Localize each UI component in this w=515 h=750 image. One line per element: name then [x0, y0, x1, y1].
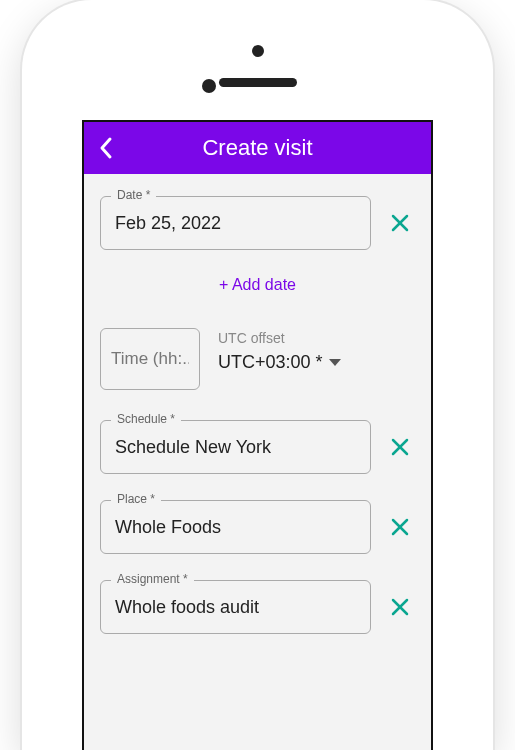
device-frame: Create visit Date * Feb 25, 2022 + Add d…	[0, 0, 515, 750]
chevron-down-icon	[329, 359, 341, 366]
assignment-label: Assignment *	[111, 572, 194, 586]
utc-block: UTC offset UTC+03:00 *	[218, 328, 415, 373]
place-field[interactable]: Place * Whole Foods	[100, 500, 371, 554]
schedule-value: Schedule New York	[115, 437, 356, 458]
close-icon	[389, 516, 411, 538]
app-header: Create visit	[84, 122, 431, 174]
page-title: Create visit	[84, 135, 431, 161]
schedule-clear-button[interactable]	[385, 432, 415, 462]
schedule-row: Schedule * Schedule New York	[100, 420, 415, 474]
place-label: Place *	[111, 492, 161, 506]
back-button[interactable]	[84, 122, 128, 174]
close-icon	[389, 596, 411, 618]
assignment-row: Assignment * Whole foods audit	[100, 580, 415, 634]
form-content: Date * Feb 25, 2022 + Add date Time (hh:…	[84, 174, 431, 634]
assignment-clear-button[interactable]	[385, 592, 415, 622]
place-value: Whole Foods	[115, 517, 356, 538]
camera-dot	[252, 45, 264, 57]
date-value: Feb 25, 2022	[115, 213, 356, 234]
close-icon	[389, 436, 411, 458]
utc-label: UTC offset	[218, 330, 415, 346]
date-clear-button[interactable]	[385, 208, 415, 238]
time-field[interactable]: Time (hh:..	[100, 328, 200, 390]
proximity-sensor	[202, 79, 216, 93]
chevron-left-icon	[98, 136, 114, 160]
screen: Create visit Date * Feb 25, 2022 + Add d…	[82, 120, 433, 750]
date-row: Date * Feb 25, 2022	[100, 196, 415, 250]
phone-frame: Create visit Date * Feb 25, 2022 + Add d…	[22, 0, 493, 750]
schedule-field[interactable]: Schedule * Schedule New York	[100, 420, 371, 474]
assignment-field[interactable]: Assignment * Whole foods audit	[100, 580, 371, 634]
close-icon	[389, 212, 411, 234]
utc-value: UTC+03:00 *	[218, 352, 323, 373]
utc-dropdown[interactable]: UTC+03:00 *	[218, 352, 415, 373]
date-field[interactable]: Date * Feb 25, 2022	[100, 196, 371, 250]
assignment-value: Whole foods audit	[115, 597, 356, 618]
phone-inner: Create visit Date * Feb 25, 2022 + Add d…	[34, 12, 481, 750]
time-row: Time (hh:.. UTC offset UTC+03:00 *	[100, 328, 415, 390]
date-label: Date *	[111, 188, 156, 202]
speaker-grille	[219, 78, 297, 87]
place-clear-button[interactable]	[385, 512, 415, 542]
schedule-label: Schedule *	[111, 412, 181, 426]
time-placeholder: Time (hh:..	[111, 349, 189, 369]
add-date-button[interactable]: + Add date	[100, 276, 415, 294]
place-row: Place * Whole Foods	[100, 500, 415, 554]
